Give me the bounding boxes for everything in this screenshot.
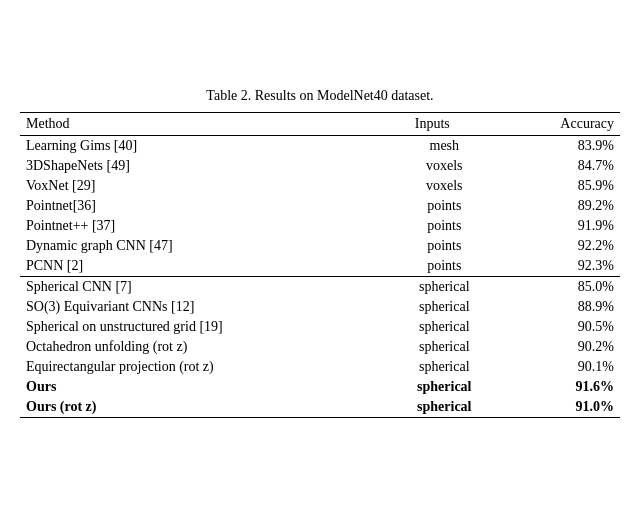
accuracy-cell: 91.6% — [506, 377, 620, 397]
inputs-cell: spherical — [383, 377, 506, 397]
table-row: SO(3) Equivariant CNNs [12] spherical 88… — [20, 297, 620, 317]
method-cell: Pointnet[36] — [20, 196, 383, 216]
table-row: PCNN [2] points 92.3% — [20, 256, 620, 277]
method-cell: Dynamic graph CNN [47] — [20, 236, 383, 256]
accuracy-cell: 88.9% — [506, 297, 620, 317]
inputs-cell: spherical — [383, 397, 506, 418]
inputs-cell: voxels — [383, 176, 506, 196]
method-cell: Spherical CNN [7] — [20, 276, 383, 297]
inputs-cell: mesh — [383, 135, 506, 156]
inputs-cell: spherical — [383, 276, 506, 297]
method-cell: Spherical on unstructured grid [19] — [20, 317, 383, 337]
table-row: VoxNet [29] voxels 85.9% — [20, 176, 620, 196]
inputs-cell: spherical — [383, 317, 506, 337]
col-method: Method — [20, 112, 383, 135]
method-cell: VoxNet [29] — [20, 176, 383, 196]
accuracy-cell: 92.2% — [506, 236, 620, 256]
method-cell: Ours — [20, 377, 383, 397]
main-container: Table 2. Results on ModelNet40 dataset. … — [20, 88, 620, 418]
accuracy-cell: 84.7% — [506, 156, 620, 176]
table-row: 3DShapeNets [49] voxels 84.7% — [20, 156, 620, 176]
method-cell: Ours (rot z) — [20, 397, 383, 418]
inputs-cell: spherical — [383, 357, 506, 377]
method-cell: SO(3) Equivariant CNNs [12] — [20, 297, 383, 317]
accuracy-cell: 91.9% — [506, 216, 620, 236]
table-title: Table 2. Results on ModelNet40 dataset. — [20, 88, 620, 104]
table-row: Spherical CNN [7] spherical 85.0% — [20, 276, 620, 297]
method-cell: Equirectangular projection (rot z) — [20, 357, 383, 377]
table-row: Dynamic graph CNN [47] points 92.2% — [20, 236, 620, 256]
col-inputs: Inputs — [383, 112, 506, 135]
inputs-cell: points — [383, 216, 506, 236]
results-table: Method Inputs Accuracy Learning Gims [40… — [20, 112, 620, 418]
method-cell: Pointnet++ [37] — [20, 216, 383, 236]
accuracy-cell: 85.9% — [506, 176, 620, 196]
table-row: Ours spherical 91.6% — [20, 377, 620, 397]
table-row: Pointnet[36] points 89.2% — [20, 196, 620, 216]
inputs-cell: spherical — [383, 337, 506, 357]
table-row: Equirectangular projection (rot z) spher… — [20, 357, 620, 377]
table-row: Octahedron unfolding (rot z) spherical 9… — [20, 337, 620, 357]
accuracy-cell: 90.2% — [506, 337, 620, 357]
accuracy-cell: 91.0% — [506, 397, 620, 418]
inputs-cell: voxels — [383, 156, 506, 176]
inputs-cell: points — [383, 256, 506, 277]
table-row: Learning Gims [40] mesh 83.9% — [20, 135, 620, 156]
col-accuracy: Accuracy — [506, 112, 620, 135]
method-cell: Learning Gims [40] — [20, 135, 383, 156]
accuracy-cell: 85.0% — [506, 276, 620, 297]
accuracy-cell: 90.5% — [506, 317, 620, 337]
inputs-cell: points — [383, 196, 506, 216]
accuracy-cell: 92.3% — [506, 256, 620, 277]
table-row: Pointnet++ [37] points 91.9% — [20, 216, 620, 236]
accuracy-cell: 90.1% — [506, 357, 620, 377]
method-cell: Octahedron unfolding (rot z) — [20, 337, 383, 357]
inputs-cell: points — [383, 236, 506, 256]
method-cell: 3DShapeNets [49] — [20, 156, 383, 176]
accuracy-cell: 89.2% — [506, 196, 620, 216]
method-cell: PCNN [2] — [20, 256, 383, 277]
table-row: Ours (rot z) spherical 91.0% — [20, 397, 620, 418]
accuracy-cell: 83.9% — [506, 135, 620, 156]
inputs-cell: spherical — [383, 297, 506, 317]
table-row: Spherical on unstructured grid [19] sphe… — [20, 317, 620, 337]
